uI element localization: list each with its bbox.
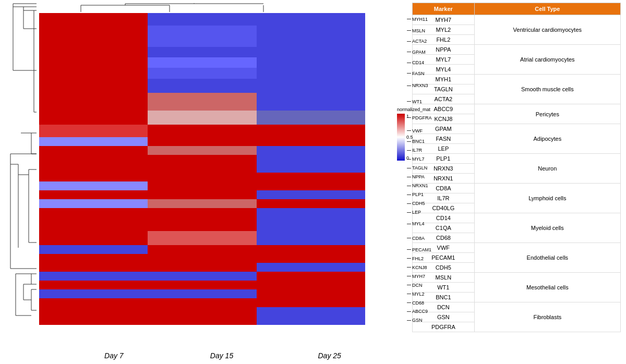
gene-label-cd14: CD14 xyxy=(412,60,424,65)
gene-label-cdh5: CDH5 xyxy=(412,201,425,206)
top-dendrogram xyxy=(39,3,365,13)
heatmap-wrapper: MYH11 MSLN ACTA2 GPAM CD14 FASN NRXN3 WT… xyxy=(39,3,407,347)
table-cell-celltype: Adipocytes xyxy=(474,124,620,154)
gene-label-msln: MSLN xyxy=(412,28,425,33)
dendrogram-left xyxy=(3,3,39,347)
gene-label-fasn: FASN xyxy=(412,71,425,76)
table-cell-celltype: Mesothelial cells xyxy=(474,273,620,302)
legend-title: normalized_mat xyxy=(397,107,430,112)
gene-label-wt1: WT1 xyxy=(412,99,422,104)
heatmap-col-day15 xyxy=(148,13,256,325)
gene-label-tagln: TAGLN xyxy=(412,165,427,171)
heatmap-col-day25 xyxy=(257,13,365,325)
gene-label-gpam: GPAM xyxy=(412,50,426,55)
gene-label-nrxn1: NRXN1 xyxy=(412,183,428,188)
day25-label: Day 25 xyxy=(275,351,383,360)
gene-label-dcn: DCN xyxy=(412,283,423,288)
legend-min: 0 xyxy=(406,155,413,161)
gene-label-lep: LEP xyxy=(412,210,421,215)
table-cell-celltype: Endothelial cells xyxy=(474,243,620,273)
gene-label-myl4: MYL4 xyxy=(412,221,425,226)
heatmap-col-day7 xyxy=(39,13,148,325)
heatmap-grid xyxy=(39,13,365,325)
table-cell-celltype: Lymphoid cells xyxy=(474,184,620,213)
heatmap-section: MYH11 MSLN ACTA2 GPAM CD14 FASN NRXN3 WT… xyxy=(0,0,407,364)
table-cell-celltype: Ventricular cardiomyocytes xyxy=(474,15,620,45)
table-cell-celltype: Smooth muscle cells xyxy=(474,75,620,104)
gene-label-plp1: PLP1 xyxy=(412,192,424,197)
table-header-celltype: Cell Type xyxy=(474,3,620,15)
table-cell-celltype: Pericytes xyxy=(474,104,620,124)
gene-label-nrxn3: NRXN3 xyxy=(412,83,428,88)
gene-label-acta2: ACTA2 xyxy=(412,39,427,44)
table-cell-celltype: Myeloid cells xyxy=(474,213,620,243)
gene-label-myh11: MYH11 xyxy=(412,17,428,22)
gene-label-cd8a: CD8A xyxy=(412,236,425,241)
table-cell-celltype: Fibroblasts xyxy=(474,302,620,332)
day-labels: Day 7 Day 15 Day 25 xyxy=(60,347,383,364)
legend-max: 1 xyxy=(406,114,413,119)
gene-label-myh7: MYH7 xyxy=(412,274,425,279)
gene-labels-container: MYH11 MSLN ACTA2 GPAM CD14 FASN NRXN3 WT… xyxy=(407,13,451,325)
gene-label-cd68: CD68 xyxy=(412,300,424,306)
table-cell-celltype: Atrial cardiomyocytes xyxy=(474,45,620,75)
gene-label-myl2: MYL2 xyxy=(412,292,425,297)
gene-label-abcc9: ABCC9 xyxy=(412,309,428,314)
day7-label: Day 7 xyxy=(60,351,168,360)
dendrogram-svg xyxy=(3,3,39,326)
gene-label-nppa: NPPA xyxy=(412,174,425,179)
table-cell-celltype: Neuron xyxy=(474,154,620,184)
gene-label-gsn: GSN xyxy=(412,318,423,323)
top-dendrogram-svg xyxy=(39,3,365,13)
gene-label-fhl2: FHL2 xyxy=(412,256,424,261)
legend-mid: 0.5 xyxy=(406,135,413,140)
legend: normalized_mat 1 0.5 0 xyxy=(397,107,430,161)
gene-label-pecam1: PECAM1 xyxy=(412,247,431,252)
day15-label: Day 15 xyxy=(168,351,276,360)
legend-colorbar xyxy=(397,114,405,161)
gene-label-kcnj8: KCNJ8 xyxy=(412,265,427,270)
